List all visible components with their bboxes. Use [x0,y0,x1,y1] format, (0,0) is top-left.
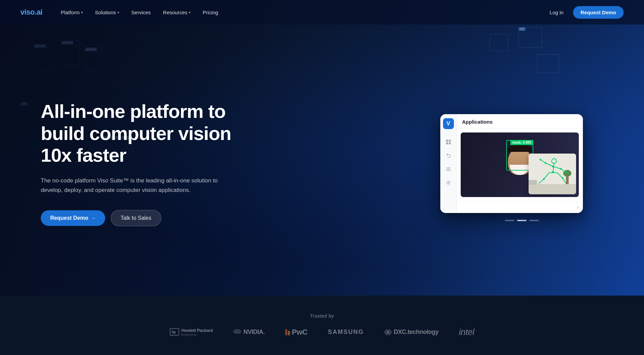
mockup-bottom: › [457,201,583,213]
mockup-content: mask, 0.985 [457,128,583,201]
svg-point-32 [552,171,554,173]
svg-point-37 [543,178,545,180]
detection-image: mask, 0.985 [461,132,579,197]
svg-rect-15 [529,184,576,194]
hero-text: All-in-one platform to build computer vi… [41,101,265,226]
svg-rect-18 [529,180,537,185]
svg-point-10 [446,170,447,171]
brand-logo-nvidia: NVIDIA. [233,329,265,336]
navbar-right: Log in Request Demo [544,6,624,19]
svg-point-38 [562,177,564,179]
navbar: viso.ai Platform ▾ Solutions ▾ Services … [0,0,644,24]
svg-rect-1 [449,140,451,142]
hero-section: person person person car motorcycle, 0.9… [0,0,644,296]
hero-subtitle: The no-code platform Viso Suite™ is the … [41,176,231,195]
svg-rect-42 [288,331,290,335]
slider-dot-1[interactable] [505,220,514,221]
mockup-app-title: Applications [457,114,583,128]
nav-item-solutions[interactable]: Solutions ▾ [90,7,124,18]
nav-item-resources[interactable]: Resources ▾ [158,7,195,18]
nav-item-platform[interactable]: Platform ▾ [56,7,88,18]
svg-marker-44 [387,329,392,335]
svg-point-11 [448,170,449,171]
svg-point-5 [448,167,449,168]
svg-point-6 [449,167,450,168]
sidebar-undo-icon[interactable] [445,152,452,159]
brand-logos-row: hp Hewlett Packard Enterprise NVIDIA. Pw… [20,327,624,337]
slider-dot-2[interactable] [517,220,527,221]
mockup-logo: V [443,118,454,129]
svg-text:hp: hp [172,330,176,334]
slider-dot-3[interactable] [529,220,539,221]
svg-point-34 [540,159,541,160]
pose-skeleton-svg [529,154,576,194]
mockup-sidebar: V [440,114,457,213]
sidebar-apps-icon[interactable] [445,166,452,173]
mockup-card: V [440,114,583,213]
hero-mockup: V [440,114,603,213]
talk-to-sales-button[interactable]: Talk to Sales [111,210,161,226]
login-button[interactable]: Log in [544,7,569,18]
arrow-right-icon: → [91,215,96,221]
pose-detection-thumb [529,154,576,194]
mockup-main: Applications [457,114,583,213]
slider-dots [505,220,539,221]
svg-point-13 [447,182,449,183]
brand-logo-hp: hp Hewlett Packard Enterprise [170,328,213,337]
chevron-down-icon: ▾ [81,11,83,14]
sidebar-grid-icon[interactable] [445,139,452,145]
svg-point-7 [446,168,447,170]
brand-logo-intel: intel [459,327,474,337]
nav-item-pricing[interactable]: Pricing [198,7,223,18]
svg-rect-41 [285,329,287,335]
mockup-nav-arrow-icon[interactable]: › [577,204,579,210]
brand-logo-dxc: DXC.technology [384,329,439,336]
svg-rect-3 [449,142,451,144]
request-demo-nav-button[interactable]: Request Demo [573,6,624,19]
brand-logo-pwc: PwC [285,328,308,337]
sidebar-settings-icon[interactable] [445,179,452,186]
hero-content: All-in-one platform to build computer vi… [0,24,644,296]
svg-point-35 [560,168,562,170]
trusted-section: Trusted by hp Hewlett Packard Enterprise… [0,296,644,355]
request-demo-hero-button[interactable]: Request Demo → [41,210,105,226]
navbar-left: viso.ai Platform ▾ Solutions ▾ Services … [20,7,223,18]
nav-links: Platform ▾ Solutions ▾ Services Resource… [56,7,223,18]
pose-inner [529,154,576,194]
trusted-label: Trusted by [310,313,334,319]
hero-title: All-in-one platform to build computer vi… [41,101,265,166]
svg-rect-0 [446,140,448,142]
svg-point-4 [446,167,447,168]
chevron-down-icon: ▾ [117,11,119,14]
svg-point-33 [545,162,547,164]
svg-point-8 [448,168,449,170]
detection-label: mask, 0.985 [510,140,533,145]
chevron-down-icon: ▾ [189,11,190,14]
svg-point-36 [565,171,567,173]
hero-buttons: Request Demo → Talk to Sales [41,210,265,226]
brand-logo-samsung: SAMSUNG [328,329,364,336]
logo[interactable]: viso.ai [20,8,42,17]
svg-point-31 [552,165,554,167]
nav-item-services[interactable]: Services [127,7,156,18]
svg-point-12 [449,170,450,171]
svg-rect-2 [446,142,448,144]
svg-point-9 [449,168,450,170]
